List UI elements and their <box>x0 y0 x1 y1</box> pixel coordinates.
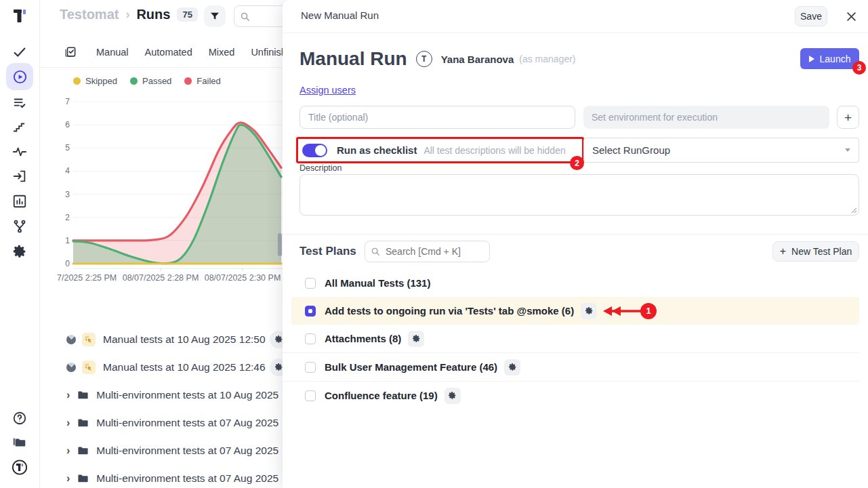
sidebar <box>0 0 40 488</box>
test-plans-search-input[interactable] <box>384 245 482 258</box>
test-plan-label: All Manual Tests (131) <box>325 277 430 289</box>
runs-count-badge: 75 <box>177 7 197 22</box>
save-button[interactable]: Save <box>795 6 827 26</box>
close-panel-button[interactable] <box>845 10 857 22</box>
run-label: Manual tests at 10 Aug 2025 12:46 <box>103 361 266 373</box>
test-plan-settings-button[interactable] <box>504 359 520 375</box>
checkbox[interactable] <box>305 362 316 373</box>
close-icon <box>846 12 856 22</box>
list-check-icon <box>12 96 27 110</box>
legend-label: Skipped <box>85 76 117 86</box>
description-textarea[interactable] <box>299 174 859 216</box>
y-axis-tick: 5 <box>39 143 70 152</box>
filter-icon <box>209 11 220 22</box>
test-plan-row[interactable]: Confluence feature (19) <box>283 382 868 409</box>
legend-item-failed[interactable]: Failed <box>184 76 220 86</box>
sidebar-item-settings[interactable] <box>12 243 28 260</box>
check-icon <box>12 45 27 60</box>
y-axis-tick: 0 <box>39 259 70 268</box>
sidebar-item-activity[interactable] <box>12 144 28 160</box>
scrollbar-thumb[interactable] <box>278 233 282 256</box>
filter-button[interactable] <box>204 5 226 27</box>
checkbox[interactable] <box>305 333 316 344</box>
sidebar-item-tests[interactable] <box>12 44 28 60</box>
run-title-row: Manual Run T Yana Baranova (as manager) <box>299 46 576 72</box>
sidebar-item-pull-requests[interactable] <box>12 168 28 184</box>
app-window: Testomat › Runs 75 Manual Automated Mixe… <box>0 0 868 488</box>
chevron-right-icon[interactable]: › <box>66 389 70 401</box>
chevron-right-icon[interactable]: › <box>66 445 70 457</box>
sidebar-item-branches[interactable] <box>12 218 28 235</box>
checkbox[interactable] <box>305 390 316 401</box>
y-axis-tick: 3 <box>39 190 70 199</box>
chart-legend: SkippedPassedFailed <box>73 76 221 86</box>
legend-dot <box>184 77 192 85</box>
legend-item-passed[interactable]: Passed <box>130 76 171 86</box>
new-test-plan-button[interactable]: + New Test Plan <box>772 241 859 262</box>
test-plan-row[interactable]: All Manual Tests (131) <box>283 269 868 297</box>
tab-automated[interactable]: Automated <box>145 47 192 58</box>
annotation-box-checklist: Run as checklist All test descriptions w… <box>296 137 584 163</box>
environment-input[interactable] <box>583 106 829 129</box>
run-as-checklist-toggle[interactable] <box>302 144 327 157</box>
folder-icon <box>77 389 89 401</box>
sidebar-item-reports[interactable] <box>12 193 28 209</box>
area-chart <box>58 95 284 271</box>
y-axis-tick: 4 <box>39 166 70 176</box>
launch-button[interactable]: Launch <box>800 48 859 69</box>
account-logo-icon[interactable] <box>12 459 28 475</box>
add-environment-button[interactable]: + <box>837 106 859 129</box>
chevron-right-icon[interactable]: › <box>66 417 70 429</box>
y-axis-tick: 1 <box>39 236 70 245</box>
rungroup-value: Select RunGroup <box>592 144 670 156</box>
folders-icon <box>12 435 27 450</box>
select-runs-button[interactable] <box>64 45 77 61</box>
resize-handle-icon[interactable] <box>851 207 857 214</box>
test-plan-label: Bulk User Management Feature (46) <box>325 361 497 373</box>
breadcrumb: Testomat › Runs 75 <box>60 7 198 22</box>
breadcrumb-project[interactable]: Testomat <box>60 7 119 22</box>
rungroup-select[interactable]: Select RunGroup <box>583 138 859 163</box>
help-circle-icon <box>12 411 27 426</box>
test-plan-row[interactable]: Attachments (8) <box>283 325 859 353</box>
section-divider <box>283 234 868 235</box>
chevron-down-icon <box>845 148 850 152</box>
testomat-logo-icon[interactable] <box>11 7 28 28</box>
folder-icon <box>77 472 89 484</box>
test-plan-settings-button[interactable] <box>445 388 461 404</box>
pulse-icon <box>12 144 27 159</box>
x-axis-tick: 7/2025 2:25 PM <box>57 273 117 283</box>
test-plan-row[interactable]: Bulk User Management Feature (46) <box>283 353 859 382</box>
checkbox[interactable] <box>305 278 316 289</box>
copy-check-icon <box>64 45 77 58</box>
x-axis-tick: 08/07/2025 2:28 PM <box>120 273 201 283</box>
chevron-right-icon[interactable]: › <box>66 472 70 485</box>
test-plan-row-selected[interactable]: Add tests to ongoing run via 'Tests' tab… <box>291 297 859 325</box>
legend-dot <box>73 77 81 85</box>
play-circle-icon <box>12 69 28 85</box>
annotation-arrow <box>602 305 643 317</box>
bar-chart-icon <box>12 194 27 209</box>
run-label: Multi-environment tests at 07 Aug 2025 <box>96 472 278 485</box>
test-plan-settings-button[interactable] <box>581 303 597 319</box>
checkbox-checked[interactable] <box>305 306 316 317</box>
toggle-knob <box>315 145 326 156</box>
sidebar-item-help[interactable] <box>12 410 28 426</box>
sidebar-item-runs[interactable] <box>12 68 28 85</box>
folder-icon <box>77 445 89 456</box>
assign-users-link[interactable]: Assign users <box>299 85 356 96</box>
sidebar-item-plans[interactable] <box>12 95 28 111</box>
sidebar-item-projects[interactable] <box>12 434 28 451</box>
panel-title: New Manual Run <box>301 9 379 21</box>
breadcrumb-page[interactable]: Runs <box>136 7 170 22</box>
legend-item-skipped[interactable]: Skipped <box>73 76 117 86</box>
folder-icon <box>77 417 89 428</box>
search-icon <box>371 247 380 256</box>
sidebar-item-analytics[interactable] <box>12 119 28 136</box>
run-title-input[interactable] <box>299 106 575 129</box>
legend-label: Failed <box>197 76 220 86</box>
tab-mixed[interactable]: Mixed <box>209 47 235 58</box>
manager-role: (as manager) <box>519 54 575 64</box>
tab-manual[interactable]: Manual <box>96 47 129 58</box>
test-plan-settings-button[interactable] <box>408 331 424 347</box>
